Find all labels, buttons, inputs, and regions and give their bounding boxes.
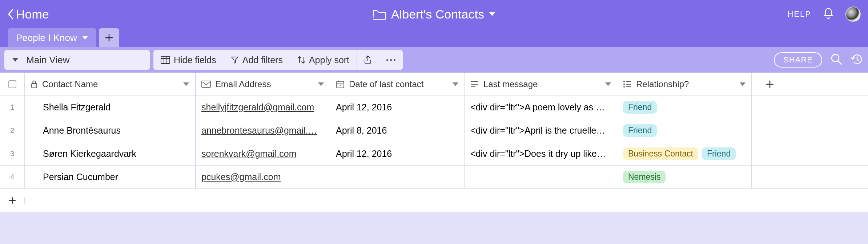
column-label: Last message (483, 79, 538, 89)
grid-body: 1Shella Fitzgeraldshellyjfitzgerald@gmai… (0, 96, 868, 189)
cell-relationship[interactable]: Friend (617, 96, 752, 119)
svg-point-21 (623, 86, 625, 88)
notifications-button[interactable] (822, 7, 835, 21)
chevron-down-icon[interactable] (453, 82, 458, 86)
app-header: Home Albert's Contacts HELP (0, 0, 868, 28)
relationship-tag: Friend (623, 124, 657, 137)
column-header-date[interactable]: 7 Date of last contact (330, 73, 465, 95)
row-number: 1 (10, 103, 14, 111)
svg-point-20 (623, 84, 625, 85)
columns-icon (161, 56, 170, 64)
folder-icon (373, 9, 386, 20)
add-row (0, 189, 868, 212)
row-number-cell[interactable]: 3 (0, 142, 25, 165)
date-value: April 8, 2016 (336, 125, 387, 136)
column-header-email[interactable]: Email Address (196, 73, 330, 95)
add-filters-button[interactable]: Add filters (224, 50, 290, 70)
row-number-cell[interactable]: 2 (0, 119, 25, 142)
view-toolbar: Main View Hide fields Add filters Apply … (0, 47, 868, 73)
cell-contact-name[interactable]: Persian Cucumber (25, 166, 196, 188)
cell-date[interactable]: April 12, 2016 (330, 142, 465, 165)
svg-rect-6 (32, 84, 37, 88)
svg-point-4 (832, 54, 839, 62)
email-value: sorenkvark@gmail.com (201, 149, 297, 159)
tab-people-i-know[interactable]: People I Know (8, 28, 96, 47)
contact-name-value: Persian Cucumber (43, 172, 118, 182)
help-button[interactable]: HELP (788, 9, 811, 19)
hide-fields-button[interactable]: Hide fields (153, 50, 224, 70)
row-number-cell[interactable]: 1 (0, 96, 25, 119)
relationship-tag: Nemesis (623, 171, 666, 183)
envelope-icon (201, 81, 211, 88)
relationship-tag: Friend (623, 101, 657, 114)
select-all-cell[interactable] (0, 73, 25, 95)
add-column-button[interactable] (752, 73, 788, 95)
column-header-name[interactable]: Contact Name (25, 73, 196, 95)
cell-contact-name[interactable]: Anne Brontësaurus (25, 119, 196, 142)
table-row: 4Persian Cucumberpcukes@gmail.comNemesis (0, 166, 868, 189)
cell-message[interactable] (465, 166, 617, 188)
add-table-button[interactable] (99, 28, 119, 47)
message-value: <div dir="ltr">A poem lovely as … (470, 102, 605, 113)
column-header-relationship[interactable]: Relationship? (617, 73, 752, 95)
cell-email[interactable]: sorenkvark@gmail.com (196, 142, 330, 165)
cell-relationship[interactable]: Nemesis (617, 166, 752, 188)
cell-message[interactable]: <div dir="ltr">April is the cruelle… (465, 119, 617, 142)
chevron-down-icon[interactable] (82, 36, 88, 40)
email-value: shellyjfitzgerald@gmail.com (201, 102, 314, 113)
column-header-message[interactable]: Last message (465, 73, 617, 95)
history-button[interactable] (851, 53, 864, 67)
cell-email[interactable]: pcukes@gmail.com (196, 166, 330, 188)
cell-relationship[interactable]: Friend (617, 119, 752, 142)
cell-email[interactable]: annebrontesaurus@gmail.… (196, 119, 330, 142)
multiselect-icon (623, 81, 632, 88)
share-button[interactable]: SHARE (774, 52, 822, 68)
svg-point-19 (623, 81, 625, 82)
relationship-tag: Friend (702, 147, 736, 160)
chevron-down-icon[interactable] (318, 82, 324, 86)
chevron-down-icon[interactable] (740, 82, 746, 86)
contact-name-value: Shella Fitzgerald (43, 102, 110, 113)
chevron-down-icon[interactable] (605, 82, 611, 86)
cell-relationship[interactable]: Business ContactFriend (617, 142, 752, 165)
chevron-left-icon (7, 9, 15, 20)
cell-message[interactable]: <div dir="ltr">A poem lovely as … (465, 96, 617, 119)
cell-contact-name[interactable]: Søren Kierkegaardvark (25, 142, 196, 165)
share-icon (363, 55, 372, 65)
cell-date[interactable]: April 12, 2016 (330, 96, 465, 119)
search-icon (830, 53, 843, 65)
cell-date[interactable] (330, 166, 465, 188)
dots-icon (386, 59, 395, 61)
data-grid: Contact Name Email Address 7 Date of las… (0, 73, 868, 212)
email-value: pcukes@gmail.com (201, 172, 281, 182)
bell-icon (822, 7, 835, 20)
chevron-down-icon (12, 58, 18, 62)
base-title-dropdown[interactable]: Albert's Contacts (373, 7, 495, 21)
table-tabs: People I Know (0, 28, 868, 47)
search-button[interactable] (830, 53, 843, 67)
apply-sort-label: Apply sort (309, 55, 349, 65)
apply-sort-button[interactable]: Apply sort (290, 50, 357, 70)
back-home-button[interactable]: Home (7, 7, 49, 21)
row-number-cell[interactable]: 4 (0, 166, 25, 188)
column-label: Date of last contact (349, 79, 423, 89)
contact-name-value: Søren Kierkegaardvark (43, 149, 136, 159)
sort-icon (297, 56, 305, 64)
share-menu-button[interactable] (357, 50, 379, 70)
grid-footer-area (0, 212, 868, 244)
view-switcher[interactable]: Main View (4, 50, 150, 70)
plus-icon (766, 80, 774, 88)
date-value: April 12, 2016 (336, 149, 392, 159)
cell-message[interactable]: <div dir="ltr">Does it dry up like… (465, 142, 617, 165)
chevron-down-icon[interactable] (183, 82, 189, 86)
svg-rect-0 (161, 56, 170, 64)
cell-contact-name[interactable]: Shella Fitzgerald (25, 96, 196, 119)
add-row-button[interactable] (0, 197, 25, 204)
avatar[interactable] (845, 7, 861, 22)
email-value: annebrontesaurus@gmail.… (201, 125, 317, 136)
more-options-button[interactable] (379, 50, 403, 70)
view-name: Main View (26, 54, 69, 66)
cell-date[interactable]: April 8, 2016 (330, 119, 465, 142)
lock-icon (31, 80, 38, 89)
cell-email[interactable]: shellyjfitzgerald@gmail.com (196, 96, 330, 119)
